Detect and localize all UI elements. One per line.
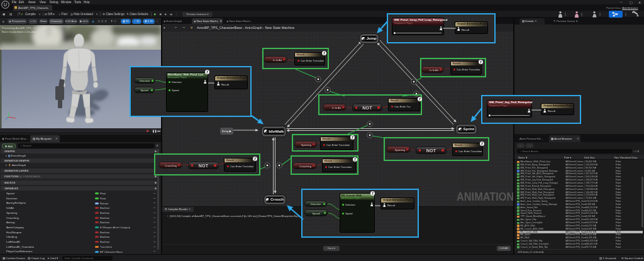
svg-text:U: U	[4, 3, 7, 7]
